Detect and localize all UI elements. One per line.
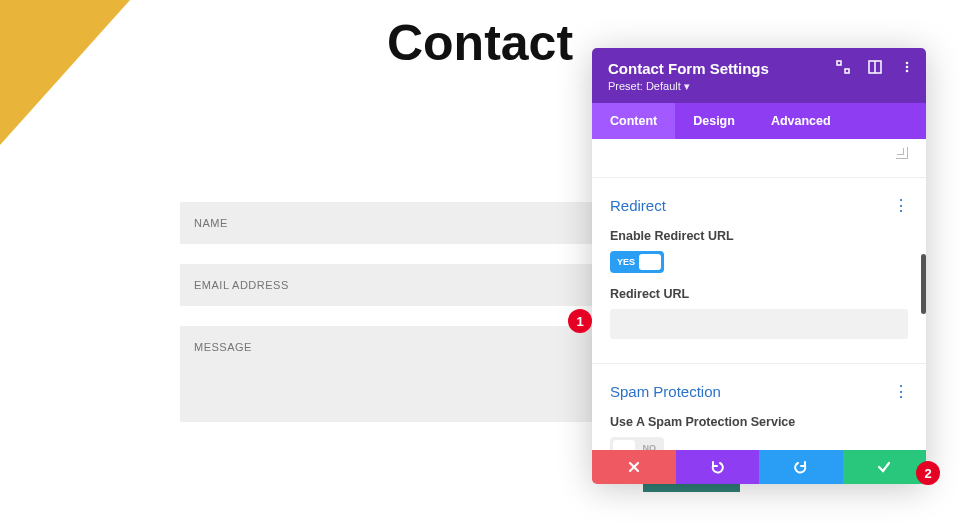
section-redirect: Redirect ⋮ Enable Redirect URL YES Redir… bbox=[592, 177, 926, 345]
tab-advanced[interactable]: Advanced bbox=[753, 103, 849, 139]
spam-service-label: Use A Spam Protection Service bbox=[610, 415, 908, 429]
toggle-yes-label: YES bbox=[617, 257, 635, 267]
prev-section-resize-icon[interactable] bbox=[896, 147, 908, 159]
spam-more-icon[interactable]: ⋮ bbox=[893, 382, 908, 401]
redirect-more-icon[interactable]: ⋮ bbox=[893, 196, 908, 215]
discard-button[interactable] bbox=[592, 450, 676, 484]
preset-value: Default bbox=[646, 80, 681, 92]
panel-footer bbox=[592, 450, 926, 484]
svg-point-5 bbox=[906, 66, 909, 69]
expand-icon[interactable] bbox=[836, 60, 850, 74]
svg-point-4 bbox=[906, 62, 909, 65]
panel-body[interactable]: Redirect ⋮ Enable Redirect URL YES Redir… bbox=[592, 139, 926, 450]
enable-redirect-label: Enable Redirect URL bbox=[610, 229, 908, 243]
spam-service-toggle[interactable]: NO bbox=[610, 437, 664, 450]
enable-redirect-toggle[interactable]: YES bbox=[610, 251, 664, 273]
preset-prefix: Preset: bbox=[608, 80, 646, 92]
toggle-no-label: NO bbox=[643, 443, 657, 450]
svg-rect-0 bbox=[837, 61, 841, 65]
snap-icon[interactable] bbox=[868, 60, 882, 74]
redirect-title: Redirect bbox=[610, 197, 666, 214]
page-title: Contact bbox=[387, 14, 573, 72]
redirect-url-label: Redirect URL bbox=[610, 287, 908, 301]
callout-1: 1 bbox=[568, 309, 592, 333]
panel-preset[interactable]: Preset: Default ▾ bbox=[608, 80, 910, 93]
panel-header[interactable]: Contact Form Settings Preset: Default ▾ bbox=[592, 48, 926, 103]
svg-point-6 bbox=[906, 70, 909, 73]
save-button[interactable] bbox=[843, 450, 927, 484]
undo-button[interactable] bbox=[676, 450, 760, 484]
panel-tabs: Content Design Advanced bbox=[592, 103, 926, 139]
redo-button[interactable] bbox=[759, 450, 843, 484]
panel-header-icons bbox=[836, 60, 914, 74]
spam-title: Spam Protection bbox=[610, 383, 721, 400]
redirect-url-input[interactable] bbox=[610, 309, 908, 339]
chevron-down-icon: ▾ bbox=[681, 80, 690, 92]
scrollbar-thumb[interactable] bbox=[921, 254, 926, 314]
callout-2: 2 bbox=[916, 461, 940, 485]
tab-content[interactable]: Content bbox=[592, 103, 675, 139]
settings-panel: Contact Form Settings Preset: Default ▾ … bbox=[592, 48, 926, 484]
section-spam: Spam Protection ⋮ Use A Spam Protection … bbox=[592, 363, 926, 450]
toggle-knob bbox=[639, 254, 661, 270]
svg-rect-1 bbox=[845, 69, 849, 73]
tab-design[interactable]: Design bbox=[675, 103, 753, 139]
more-icon[interactable] bbox=[900, 60, 914, 74]
toggle-knob bbox=[613, 440, 635, 450]
